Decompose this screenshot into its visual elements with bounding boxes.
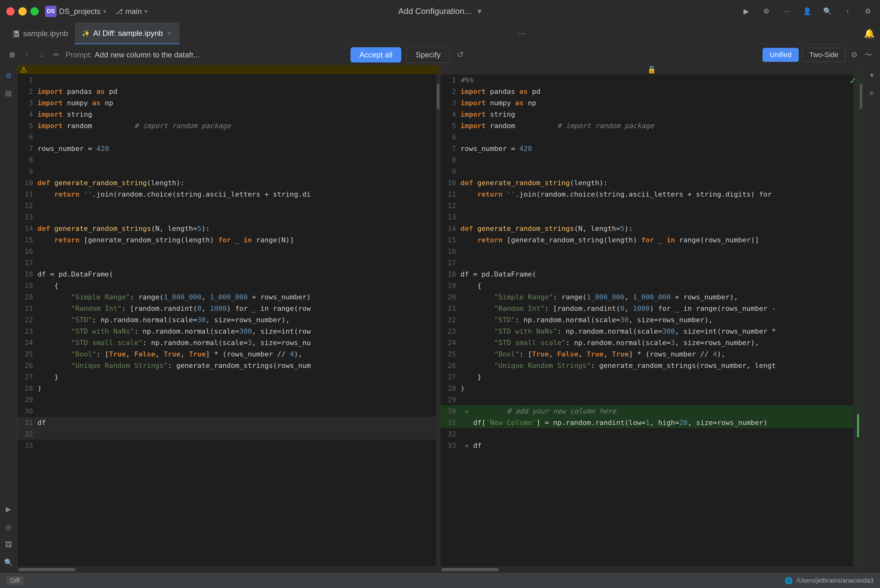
code-line: 15 return [generate_random_string(length… <box>440 234 854 246</box>
unified-view-button[interactable]: Unified <box>763 48 799 62</box>
panel-toggle-icon[interactable]: ⊞ <box>6 49 18 61</box>
tab-more-button[interactable]: ⋯ <box>517 28 526 39</box>
settings-icon[interactable]: ⚙ <box>761 6 772 17</box>
right-code-area[interactable]: 1#%% 2import pandas as pd 3import numpy … <box>440 74 854 566</box>
code-line: 16 <box>17 246 436 257</box>
toolbar-center: Accept all Specify ↺ <box>350 47 466 63</box>
added-code-line: 30 « # add your new column here <box>440 405 854 417</box>
tab-label: AI Diff: sample.ipynb <box>93 29 163 38</box>
sidebar-right-ai[interactable]: ✦ <box>865 69 878 82</box>
code-line: 11 return ''.join(random.choice(string.a… <box>17 188 436 200</box>
code-line: 15 return [generate_random_string(length… <box>17 234 436 246</box>
minimize-button[interactable] <box>18 7 27 15</box>
lock-icon: 🔒 <box>647 66 656 74</box>
code-line: 31df <box>17 417 436 428</box>
specify-button[interactable]: Specify <box>406 47 450 63</box>
ai-diff-icon: ✨ <box>82 30 90 37</box>
two-side-view-button[interactable]: Two-Side <box>802 48 846 62</box>
code-line: 10def generate_random_string(length): <box>17 177 436 188</box>
code-line: 2import pandas as pd <box>17 86 436 97</box>
code-line: 20 "Simple Range": range(1_000_000, 1_00… <box>17 291 436 303</box>
code-line: 11 return ''.join(random.choice(string.a… <box>440 188 854 200</box>
statusbar-right: 🌐 /Users/jetbrains/anaconda3 <box>785 577 874 585</box>
search-icon[interactable]: 🔍 <box>821 6 833 17</box>
run-button[interactable]: ▶ <box>740 6 752 17</box>
code-line: 20 "Simple Range": range(1_000_000, 1_00… <box>440 291 854 303</box>
sidebar-item-diff[interactable]: ⊘ <box>2 69 15 82</box>
right-gutter: ✓ <box>853 74 859 566</box>
code-line: 17 <box>17 257 436 268</box>
code-line: 7rows_number = 420 <box>440 143 854 154</box>
code-line: 22 "STD": np.random.normal(scale=30, siz… <box>440 314 854 326</box>
left-scrollbar[interactable] <box>436 74 440 566</box>
title-chevron-icon: ▾ <box>477 6 481 16</box>
chevron-down-icon: ▾ <box>144 8 147 15</box>
prompt-area: Prompt: Add new column to the datafr... <box>65 50 200 59</box>
code-line: 29 <box>17 394 436 405</box>
code-line: 33 <box>17 440 436 451</box>
accept-all-button[interactable]: Accept all <box>350 47 401 63</box>
close-button[interactable] <box>6 7 15 15</box>
warning-banner: ⚠ <box>17 65 440 74</box>
sidebar-item-files[interactable]: ▤ <box>2 87 15 100</box>
tab-close-button[interactable]: ✕ <box>166 30 172 36</box>
code-line: 12 <box>440 200 854 211</box>
notification-bell[interactable]: 🔔 <box>864 28 875 39</box>
user-icon[interactable]: 👤 <box>801 6 813 17</box>
code-line: 29 <box>440 394 854 405</box>
maximize-button[interactable] <box>30 7 39 15</box>
code-line: 24 "STD small scale": np.random.normal(s… <box>17 337 436 348</box>
toolbar-left: ⊞ ↑ ↓ ✏ Prompt: Add new column to the da… <box>6 49 200 61</box>
more-options-icon[interactable]: ⋯ <box>781 6 793 17</box>
next-change-button[interactable]: ↓ <box>36 50 47 60</box>
tab-ai-diff[interactable]: ✨ AI Diff: sample.ipynb ✕ <box>75 23 179 44</box>
sidebar-item-run[interactable]: ▶ <box>2 503 15 516</box>
prompt-prefix: Prompt: <box>65 50 92 59</box>
sidebar-item-image[interactable]: 🖼 <box>2 538 15 551</box>
prev-change-button[interactable]: ↑ <box>22 50 32 60</box>
code-line: 4import string <box>17 108 436 120</box>
code-line: 19 { <box>440 280 854 291</box>
code-line: 32 <box>440 428 854 440</box>
code-line: 25 "Bool": [True, False, True, True] * (… <box>17 348 436 360</box>
code-line: 8 <box>440 154 854 165</box>
code-line: 33 « df <box>440 440 854 451</box>
code-line: 6 <box>17 131 436 143</box>
code-line: 10def generate_random_string(length): <box>440 177 854 188</box>
share-icon[interactable]: ↑ <box>842 6 853 17</box>
right-hscrollbar[interactable] <box>440 566 863 573</box>
right-scrollbar[interactable] <box>859 74 863 566</box>
code-line: 8 <box>17 154 436 165</box>
refresh-button[interactable]: ↺ <box>455 50 466 60</box>
left-hscrollbar[interactable] <box>17 566 440 573</box>
diff-settings-icon[interactable]: ⚙ <box>849 50 860 60</box>
tab-sample-ipynb[interactable]: 📓 sample.ipynb <box>5 23 75 44</box>
gear-icon[interactable]: ⚙ <box>862 6 874 17</box>
code-line: 12 <box>17 200 436 211</box>
code-line: 18df = pd.DataFrame( <box>440 268 854 280</box>
code-line: 14def generate_random_strings(N, length=… <box>17 223 436 234</box>
code-line: 13 <box>440 211 854 223</box>
path-label: /Users/jetbrains/anaconda3 <box>797 577 874 584</box>
code-line: 26 "Unique Random Strings": generate_ran… <box>17 360 436 371</box>
right-code-panel: 🔒 1#%% 2import pandas as pd 3import nump… <box>440 65 863 573</box>
file-icon: 📓 <box>12 30 20 38</box>
branch-selector[interactable]: ⎇ main ▾ <box>116 7 147 16</box>
code-line: 22 "STD": np.random.normal(scale=30, siz… <box>17 314 436 326</box>
project-label[interactable]: DS DS_projects ▾ <box>45 6 106 17</box>
edit-prompt-button[interactable]: ✏ <box>51 50 62 60</box>
code-line: 28) <box>17 382 436 394</box>
left-code-area[interactable]: 1 2import pandas as pd 3import numpy as … <box>17 74 436 566</box>
code-line: 2import pandas as pd <box>440 86 854 97</box>
project-name: DS_projects <box>59 7 101 16</box>
sidebar-item-search[interactable]: 🔍 <box>2 556 15 569</box>
code-line: 9 <box>440 165 854 177</box>
sidebar-right-list[interactable]: ≡ <box>865 87 878 100</box>
sidebar-item-jupyter[interactable]: ◎ <box>2 521 15 534</box>
code-line: 18df = pd.DataFrame( <box>17 268 436 280</box>
globe-icon[interactable]: 〜 <box>863 50 874 60</box>
titlebar-right: ▶ ⚙ ⋯ 👤 🔍 ↑ ⚙ <box>740 6 874 17</box>
lock-area: 🔒 <box>440 65 863 74</box>
toolbar: ⊞ ↑ ↓ ✏ Prompt: Add new column to the da… <box>0 44 880 65</box>
diff-badge: Diff <box>6 576 24 585</box>
